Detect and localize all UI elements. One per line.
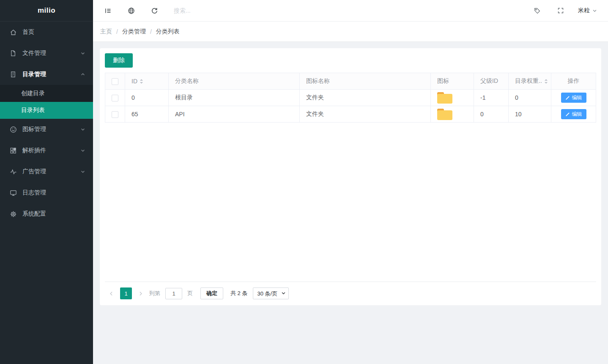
home-icon xyxy=(9,28,17,36)
sidebar-item-label: 解析插件 xyxy=(22,147,80,154)
select-all-checkbox[interactable] xyxy=(112,78,118,85)
sidebar-item-system-config[interactable]: 系统配置 xyxy=(0,203,93,224)
breadcrumb-item-category-list[interactable]: 分类列表 xyxy=(156,28,180,36)
cell-parent-id: 0 xyxy=(474,106,509,123)
folder-icon xyxy=(437,109,452,120)
file-icon xyxy=(9,49,17,57)
sort-icon[interactable] xyxy=(544,79,548,84)
category-list-card: 删除 ID xyxy=(100,48,601,305)
sidebar-item-label: 首页 xyxy=(22,28,85,36)
main-area: 米粒 主页 / 分类管理 / 分类列表 删除 xyxy=(93,0,608,364)
edit-button-label: 编辑 xyxy=(572,94,582,101)
cell-icon-name: 文件夹 xyxy=(300,106,431,123)
collapse-sidebar-icon[interactable] xyxy=(104,7,112,14)
cell-weight: 10 xyxy=(509,106,551,123)
sort-icon[interactable] xyxy=(140,79,143,84)
app-window: milio 首页 文件管理 目录管 xyxy=(0,0,608,364)
column-label: 分类名称 xyxy=(175,77,199,84)
column-label: 操作 xyxy=(568,77,580,84)
sidebar-menu: 首页 文件管理 目录管理 xyxy=(0,22,93,224)
page-content: 删除 ID xyxy=(93,42,608,364)
column-header-weight[interactable]: 目录权重.. xyxy=(509,73,551,90)
column-header-parent-id: 父级ID xyxy=(474,73,509,90)
sidebar-item-home[interactable]: 首页 xyxy=(0,22,93,43)
pencil-icon xyxy=(565,96,570,100)
sidebar-item-file-management[interactable]: 文件管理 xyxy=(0,43,93,64)
confirm-button[interactable]: 确定 xyxy=(200,287,223,299)
breadcrumb: 主页 / 分类管理 / 分类列表 xyxy=(93,22,608,42)
delete-button[interactable]: 删除 xyxy=(105,53,133,68)
sidebar-item-icon-management[interactable]: 图标管理 xyxy=(0,119,93,140)
breadcrumb-separator: / xyxy=(116,28,118,35)
fullscreen-icon[interactable] xyxy=(557,7,564,14)
column-header-id[interactable]: ID xyxy=(125,73,169,90)
sidebar-item-label: 目录管理 xyxy=(22,71,80,78)
category-table: ID 分类名称 图标名称 图标 父级ID xyxy=(105,73,596,123)
card-spacer xyxy=(105,123,596,282)
refresh-icon[interactable] xyxy=(151,7,158,14)
topbar: 米粒 xyxy=(93,0,608,22)
column-header-icon-name: 图标名称 xyxy=(300,73,431,90)
column-label: ID xyxy=(131,78,137,85)
sidebar-item-ad-management[interactable]: 广告管理 xyxy=(0,161,93,182)
total-count-label: 共 2 条 xyxy=(230,290,247,297)
cell-category-name: API xyxy=(169,106,300,123)
goto-page-input[interactable] xyxy=(165,288,182,299)
smiley-icon xyxy=(9,126,17,133)
chevron-down-icon xyxy=(80,51,85,56)
table-header-row: ID 分类名称 图标名称 图标 父级ID xyxy=(105,73,596,90)
pencil-icon xyxy=(565,112,570,117)
prev-page-icon[interactable] xyxy=(109,291,114,296)
page-size-select-wrap: 30 条/页 xyxy=(253,287,289,299)
breadcrumb-separator: / xyxy=(150,28,152,35)
sidebar-item-label: 文件管理 xyxy=(22,49,80,57)
edit-button[interactable]: 编辑 xyxy=(561,93,586,103)
tag-icon[interactable] xyxy=(533,7,541,14)
edit-button-label: 编辑 xyxy=(572,111,582,118)
sidebar-item-label: 系统配置 xyxy=(22,210,85,218)
row-checkbox[interactable] xyxy=(112,111,118,118)
username: 米粒 xyxy=(578,7,590,14)
language-globe-icon[interactable] xyxy=(127,7,135,14)
cell-category-name: 根目录 xyxy=(169,90,300,106)
cell-id: 65 xyxy=(125,106,169,123)
breadcrumb-item-home[interactable]: 主页 xyxy=(100,28,112,36)
sidebar-item-label: 图标管理 xyxy=(22,126,80,133)
page-size-select[interactable]: 30 条/页 xyxy=(253,287,289,299)
sidebar-subitem-label: 目录列表 xyxy=(21,107,45,114)
sidebar-subitem-directory-list[interactable]: 目录列表 xyxy=(0,102,93,119)
chevron-up-icon xyxy=(80,72,85,77)
column-label: 父级ID xyxy=(480,77,498,84)
chevron-down-icon xyxy=(80,148,85,153)
search-input[interactable] xyxy=(174,7,267,14)
page-number-button[interactable]: 1 xyxy=(120,287,132,299)
table-row: 65 API 文件夹 0 10 编辑 xyxy=(105,106,596,123)
folder-icon xyxy=(437,92,452,104)
sidebar-subitem-create-directory[interactable]: 创建目录 xyxy=(0,85,93,102)
column-label: 图标名称 xyxy=(306,77,330,84)
sidebar-item-label: 广告管理 xyxy=(22,168,80,175)
goto-prefix-label: 到第 xyxy=(149,290,160,297)
sidebar: milio 首页 文件管理 目录管 xyxy=(0,0,93,364)
sidebar-item-log-management[interactable]: 日志管理 xyxy=(0,182,93,203)
breadcrumb-item-category-management[interactable]: 分类管理 xyxy=(122,28,146,36)
cell-weight: 0 xyxy=(509,90,551,106)
chevron-down-icon xyxy=(80,127,85,132)
topbar-right: 米粒 xyxy=(517,7,597,14)
user-menu[interactable]: 米粒 xyxy=(578,7,597,14)
row-checkbox[interactable] xyxy=(112,95,118,101)
gear-icon xyxy=(9,210,17,218)
chevron-down-icon xyxy=(592,8,597,13)
edit-button[interactable]: 编辑 xyxy=(561,109,586,119)
activity-icon xyxy=(9,168,17,175)
sidebar-submenu: 创建目录 目录列表 xyxy=(0,85,93,119)
next-page-icon[interactable] xyxy=(138,291,143,296)
column-label: 目录权重.. xyxy=(515,77,542,85)
sidebar-subitem-label: 创建目录 xyxy=(21,90,45,97)
sidebar-item-directory-management[interactable]: 目录管理 xyxy=(0,64,93,85)
document-icon xyxy=(9,71,17,78)
sidebar-item-parse-plugins[interactable]: 解析插件 xyxy=(0,140,93,161)
cell-icon-name: 文件夹 xyxy=(300,90,431,106)
goto-suffix-label: 页 xyxy=(187,290,193,297)
chevron-down-icon xyxy=(80,169,85,174)
